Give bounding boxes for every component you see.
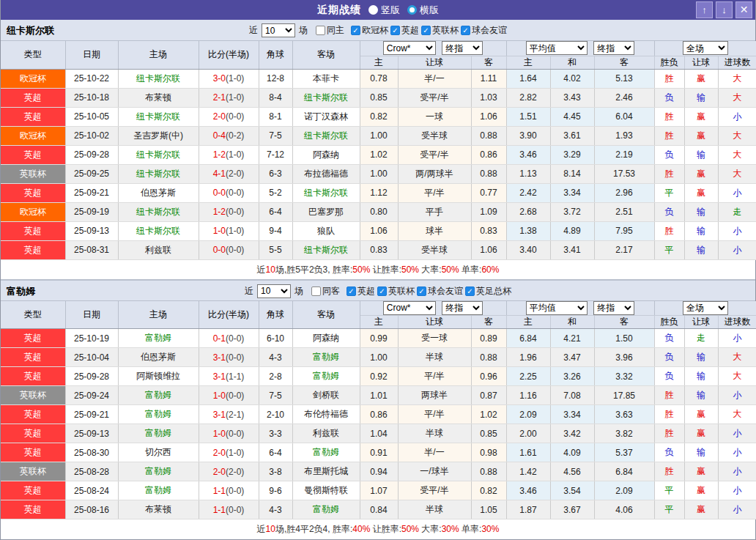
- team-section-newcastle: 纽卡斯尔联 近 10 场 同主 ✓欧冠杯 ✓英超 ✓英联杯 ✓球会友谊: [1, 20, 755, 280]
- odds-company-select[interactable]: Crow*: [383, 301, 436, 315]
- score-cell: 0-1(0-0): [199, 329, 259, 348]
- home-team-cell: 布莱顿: [118, 500, 199, 519]
- subcol-odds-away: 客: [471, 56, 506, 69]
- score-cell: 4-1(2-0): [199, 164, 259, 183]
- odds-home-cell: 0.83: [360, 240, 398, 259]
- odds-away-cell: 0.82: [471, 481, 506, 500]
- result-winloss: 胜: [665, 466, 674, 476]
- subcol-avg-home: 主: [506, 316, 550, 329]
- avg-draw-cell: 3.41: [550, 240, 594, 259]
- result-handicap: 赢: [697, 504, 705, 514]
- avg-stage-select[interactable]: 终指: [593, 301, 634, 315]
- result-winloss: 胜: [665, 409, 674, 419]
- odds-stage-select[interactable]: 终指: [442, 301, 483, 315]
- filter-games-label: 场: [299, 24, 308, 37]
- layout-radio-vertical[interactable]: 竖版: [368, 4, 400, 17]
- away-team-cell: 富勒姆: [292, 367, 360, 386]
- recent-games-select[interactable]: 10: [262, 23, 295, 37]
- odds-source-header: Crow* 终指: [360, 41, 506, 56]
- result-handicap: 赢: [697, 188, 705, 198]
- avg-stage-select[interactable]: 终指: [593, 41, 634, 55]
- summary-segment: 近: [257, 524, 266, 534]
- odds-away-cell: 0.86: [471, 145, 506, 164]
- move-down-button[interactable]: ↓: [716, 1, 733, 18]
- matches-table: 类型 日期 主场 比分(半场) 角球 客场 Crow* 终指 平均值 终指: [1, 41, 756, 260]
- corner-cell: 7-12: [259, 145, 292, 164]
- away-team-cell: 纽卡斯尔联: [292, 183, 360, 202]
- layout-radio-horizontal[interactable]: 横版: [407, 4, 439, 17]
- avg-draw-cell: 7.08: [550, 386, 594, 405]
- full-score: 0-4: [213, 130, 226, 141]
- league-filter-checkbox[interactable]: ✓欧冠杯: [351, 24, 388, 37]
- move-up-button[interactable]: ↑: [696, 1, 713, 18]
- odds-home-cell: 0.92: [360, 367, 398, 386]
- scope-select[interactable]: 全场: [683, 301, 728, 315]
- odds-stage-select[interactable]: 终指: [442, 41, 483, 55]
- result-winloss-cell: 胜: [654, 107, 684, 126]
- avg-home-cell: 2.42: [506, 183, 550, 202]
- avg-away-cell: 17.53: [594, 164, 654, 183]
- avg-home-cell: 2.82: [506, 88, 550, 107]
- league-filter-checkbox[interactable]: ✓英足总杯: [465, 285, 511, 297]
- odds-home-cell: 0.99: [360, 329, 398, 348]
- avg-home-cell: 3.40: [506, 240, 550, 259]
- home-team: 圣吉罗斯(中): [133, 130, 183, 141]
- odds-away-cell: 0.88: [471, 126, 506, 145]
- close-button[interactable]: ✕: [735, 1, 752, 18]
- recent-results-panel: 近期战绩 竖版 横版 ↑ ↓ ✕ 纽卡斯尔联 近 10 场: [0, 0, 756, 540]
- col-header-home: 主场: [118, 301, 199, 329]
- league-filter-checkbox[interactable]: ✓英联杯: [377, 285, 415, 297]
- checked-checkbox-icon: ✓: [351, 26, 360, 35]
- home-team-cell: 纽卡斯尔联: [118, 145, 199, 164]
- summary-segment: 40%: [352, 524, 370, 534]
- league-filter-checkbox[interactable]: ✓球会友谊: [417, 285, 463, 297]
- result-handicap: 赢: [697, 73, 705, 84]
- league-label: 欧冠杯: [362, 24, 388, 37]
- corner-cell: 12-8: [259, 69, 292, 88]
- avg-away-cell: 2.19: [594, 145, 654, 164]
- league-filter-checkbox[interactable]: ✓英超: [390, 24, 419, 37]
- league-filter-checkbox[interactable]: ✓英超: [346, 285, 375, 297]
- date-cell: 25-09-25: [65, 164, 118, 183]
- result-goals: 小: [733, 226, 742, 236]
- odds-away-cell: 1.05: [471, 500, 506, 519]
- same-venue-checkbox[interactable]: 同主: [316, 24, 344, 37]
- odds-handicap-cell: 平/半: [398, 405, 471, 424]
- full-score: 2-0: [213, 111, 226, 122]
- match-row: 英超 25-10-19 富勒姆 0-1(0-0) 6-10 阿森纳 0.99 受…: [1, 329, 756, 348]
- subcol-result-winloss: 胜负: [654, 56, 684, 69]
- league-badge: 英超: [1, 481, 65, 500]
- match-row: 英超 25-08-16 布莱顿 1-1(0-0) 4-3 富勒姆 0.84 半球…: [1, 500, 756, 519]
- odds-home-cell: 0.94: [360, 462, 398, 481]
- result-winloss-cell: 胜: [654, 386, 684, 405]
- scope-select[interactable]: 全场: [683, 41, 728, 55]
- result-handicap: 输: [697, 390, 705, 400]
- odds-home-cell: 1.00: [360, 348, 398, 367]
- col-header-away: 客场: [292, 41, 360, 69]
- avg-type-select[interactable]: 平均值: [526, 301, 588, 315]
- odds-company-select[interactable]: Crow*: [383, 41, 436, 55]
- recent-games-select[interactable]: 10: [257, 284, 291, 298]
- odds-away-cell: 0.89: [471, 329, 506, 348]
- result-winloss: 负: [665, 333, 674, 343]
- date-cell: 25-09-24: [65, 386, 118, 405]
- odds-handicap-cell: 球半: [398, 221, 471, 240]
- away-team: 纽卡斯尔联: [304, 245, 348, 255]
- result-goals: 小: [733, 504, 742, 514]
- avg-away-cell: 3.82: [594, 424, 654, 443]
- half-score: (0-0): [226, 207, 244, 217]
- league-filter-checkbox[interactable]: ✓英联杯: [421, 24, 459, 37]
- avg-type-select[interactable]: 平均值: [526, 41, 588, 55]
- summary-segment: 50%: [401, 265, 419, 275]
- summary-segment: 60%: [481, 265, 499, 275]
- full-score: 1-2: [213, 207, 226, 217]
- home-team-cell: 纽卡斯尔联: [118, 221, 199, 240]
- league-filter-checkbox[interactable]: ✓球会友谊: [461, 24, 507, 37]
- result-handicap: 输: [697, 92, 705, 103]
- result-winloss-cell: 胜: [654, 164, 684, 183]
- same-venue-checkbox[interactable]: 同客: [311, 285, 340, 297]
- away-team-cell: 富勒姆: [292, 443, 360, 462]
- summary-segment: 大率:: [419, 265, 442, 275]
- home-team: 切尔西: [145, 447, 171, 457]
- result-winloss-cell: 平: [654, 500, 684, 519]
